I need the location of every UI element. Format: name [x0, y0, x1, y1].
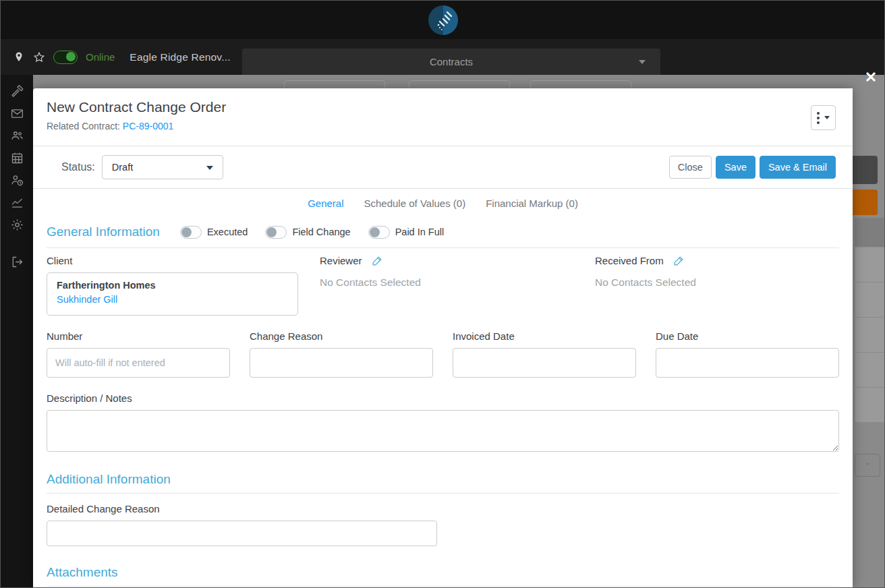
field-change-label: Field Change [292, 227, 350, 237]
client-company: Fartherington Homes [57, 280, 288, 291]
status-value: Draft [112, 162, 133, 173]
close-button[interactable]: Close [669, 156, 712, 179]
nav-bar: Online Eagle Ridge Renov... Contracts [1, 39, 885, 75]
invoiced-date-input[interactable] [453, 348, 636, 378]
online-label: Online [86, 51, 115, 63]
jobs-hammer-icon[interactable] [1, 80, 33, 102]
tab-financial-markup[interactable]: Financial Markup (0) [486, 198, 578, 209]
change-reason-input[interactable] [250, 348, 433, 378]
received-from-empty-text: No Contacts Selected [595, 276, 839, 289]
messages-envelope-icon[interactable] [1, 102, 33, 125]
modal-header: New Contract Change Order Related Contra… [47, 88, 839, 146]
fields-row: Number Change Reason Invoiced Date Due D… [47, 330, 839, 378]
favorite-star-icon[interactable] [33, 51, 45, 63]
module-selector-dropdown[interactable]: Contracts [242, 49, 660, 75]
status-dropdown[interactable]: Draft [102, 155, 223, 179]
description-notes-textarea[interactable] [47, 410, 839, 452]
tab-general[interactable]: General [308, 198, 343, 209]
contacts-row: Client Fartherington Homes Sukhinder Gil… [47, 248, 839, 316]
logout-icon[interactable] [1, 251, 33, 273]
description-notes-label: Description / Notes [47, 392, 839, 404]
new-contract-change-order-modal: New Contract Change Order Related Contra… [33, 88, 853, 588]
left-sidebar [1, 75, 33, 588]
schedule-calendar-icon[interactable] [1, 147, 33, 169]
save-button[interactable]: Save [716, 156, 755, 179]
reviewer-empty-text: No Contacts Selected [320, 276, 595, 289]
detailed-change-reason-label: Detailed Change Reason [47, 503, 839, 514]
additional-information-title: Additional Information [47, 472, 836, 487]
knowify-logo-icon[interactable] [428, 5, 458, 35]
modal-close-icon[interactable]: ✕ [863, 70, 878, 85]
modal-title: New Contract Change Order [47, 99, 839, 115]
module-selector-value: Contracts [430, 56, 473, 67]
tab-schedule-of-values[interactable]: Schedule of Values (0) [364, 198, 466, 209]
app-screen: Online Eagle Ridge Renov... Contracts [0, 0, 885, 588]
general-information-header: General Information Executed Field Chang… [47, 218, 839, 247]
invoiced-date-label: Invoiced Date [453, 330, 636, 342]
background-pager: * [855, 454, 880, 477]
location-pin-icon[interactable] [13, 51, 25, 63]
related-contract-link[interactable]: PC-89-0001 [123, 121, 174, 131]
related-contract-label: Related Contract: [47, 121, 120, 131]
top-bar [1, 1, 885, 39]
time-user-clock-icon[interactable] [1, 169, 33, 192]
modal-tabs: General Schedule of Values (0) Financial… [47, 189, 839, 218]
chevron-down-icon [206, 166, 213, 170]
field-change-toggle[interactable] [265, 226, 287, 239]
related-contract: Related Contract: PC-89-0001 [47, 121, 839, 131]
kebab-icon [817, 112, 820, 124]
reviewer-label: Reviewer [320, 255, 362, 266]
executed-label: Executed [207, 227, 248, 237]
status-label: Status: [61, 161, 95, 173]
due-date-label: Due Date [656, 330, 839, 342]
edit-pencil-icon[interactable] [372, 255, 383, 266]
paid-in-full-toggle[interactable] [368, 226, 390, 239]
number-input[interactable] [47, 348, 230, 378]
status-row: Status: Draft Close Save Save & Email [47, 146, 839, 188]
due-date-input[interactable] [656, 348, 839, 378]
executed-toggle[interactable] [180, 226, 202, 239]
client-label: Client [47, 255, 320, 266]
paid-in-full-label: Paid In Full [395, 227, 445, 237]
received-from-label: Received From [595, 255, 664, 266]
chevron-down-icon [639, 60, 646, 64]
save-and-email-button[interactable]: Save & Email [760, 156, 836, 179]
chevron-down-icon [824, 116, 830, 119]
detailed-change-reason-input[interactable] [47, 521, 437, 546]
reports-line-chart-icon[interactable] [1, 192, 33, 214]
general-information-title: General Information [47, 225, 160, 239]
background-right-strip: rs rt * [853, 75, 885, 588]
edit-pencil-icon[interactable] [673, 255, 685, 266]
client-contact-link[interactable]: Sukhinder Gill [57, 294, 288, 305]
more-actions-button[interactable] [811, 105, 836, 130]
client-card[interactable]: Fartherington Homes Sukhinder Gill [47, 272, 298, 316]
online-toggle[interactable] [53, 51, 78, 64]
company-name[interactable]: Eagle Ridge Renov... [130, 51, 230, 63]
change-reason-label: Change Reason [250, 330, 433, 342]
attachments-title: Attachments [47, 565, 836, 580]
background-table [855, 218, 885, 447]
settings-gear-icon[interactable] [1, 214, 33, 236]
contacts-users-icon[interactable] [1, 125, 33, 147]
number-label: Number [47, 330, 230, 342]
